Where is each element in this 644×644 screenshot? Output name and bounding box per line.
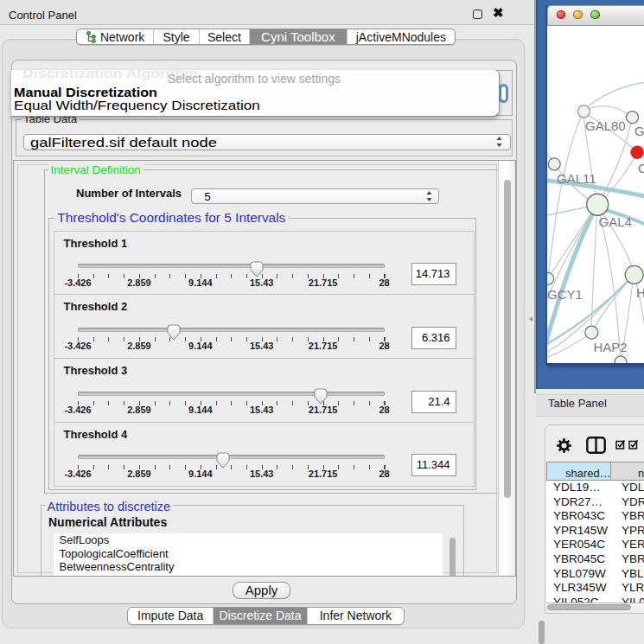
svg-text:GCY1: GCY1: [547, 287, 583, 302]
svg-text:GAL4: GAL4: [599, 214, 632, 229]
svg-text:GAL80: GAL80: [585, 118, 626, 133]
svg-text:H: H: [636, 285, 644, 300]
svg-text:C: C: [638, 161, 644, 175]
svg-text:GA: GA: [634, 124, 644, 138]
svg-text:HAP2: HAP2: [594, 340, 628, 354]
svg-text:GAL11: GAL11: [557, 171, 596, 186]
